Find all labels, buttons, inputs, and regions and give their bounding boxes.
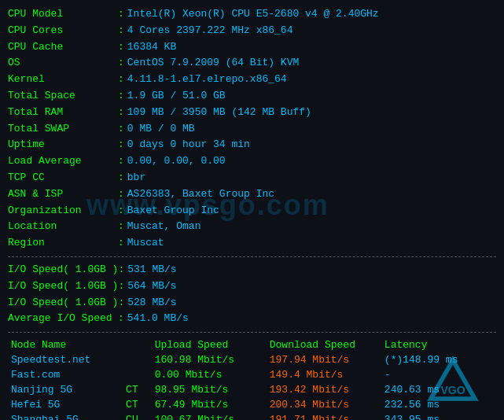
system-row: TCP CC : bbr bbox=[8, 170, 496, 186]
system-value: Baxet Group Inc bbox=[127, 203, 219, 219]
speed-download: 191.71 Mbit/s bbox=[267, 412, 381, 420]
system-value: bbr bbox=[127, 170, 145, 186]
separator: : bbox=[118, 170, 124, 186]
speed-upload: 67.49 Mbit/s bbox=[152, 397, 267, 412]
speed-isp bbox=[123, 367, 152, 382]
speed-node: Speedtest.net bbox=[8, 352, 123, 367]
io-speed-section: I/O Speed( 1.0GB ) : 531 MB/s I/O Speed(… bbox=[8, 262, 496, 327]
speed-download: 193.42 Mbit/s bbox=[267, 382, 381, 397]
separator: : bbox=[118, 262, 124, 278]
io-value: 531 MB/s bbox=[127, 262, 176, 278]
col-download: Download Speed bbox=[267, 337, 381, 352]
separator: : bbox=[118, 295, 124, 311]
speed-isp: CT bbox=[123, 382, 152, 397]
speed-table-header-row: Node Name Upload Speed Download Speed La… bbox=[8, 337, 496, 352]
separator: : bbox=[118, 121, 124, 138]
system-row: Organization : Baxet Group Inc bbox=[8, 203, 496, 219]
speed-row: Hefei 5G CT 67.49 Mbit/s 200.34 Mbit/s 2… bbox=[8, 397, 496, 412]
speed-row: Shanghai 5G CU 100.67 Mbit/s 191.71 Mbit… bbox=[8, 412, 496, 420]
system-row: Total RAM : 109 MB / 3950 MB (142 MB Buf… bbox=[8, 105, 496, 121]
system-value: 0.00, 0.00, 0.00 bbox=[127, 153, 226, 170]
speed-isp bbox=[123, 352, 152, 367]
speed-node: Hefei 5G bbox=[8, 397, 123, 412]
separator: : bbox=[118, 88, 124, 105]
speed-latency: 343.95 ms bbox=[381, 412, 496, 420]
io-label: I/O Speed( 1.0GB ) bbox=[8, 262, 118, 278]
separator: : bbox=[118, 105, 124, 121]
separator: : bbox=[118, 137, 124, 153]
speed-latency: - bbox=[381, 367, 496, 382]
system-row: Region : Muscat bbox=[8, 235, 496, 252]
speed-test-section: Node Name Upload Speed Download Speed La… bbox=[8, 337, 496, 420]
io-value: 564 MB/s bbox=[127, 278, 176, 295]
speed-isp: CU bbox=[123, 412, 152, 420]
io-row: Average I/O Speed : 541.0 MB/s bbox=[8, 311, 496, 327]
system-value: 1.9 GB / 51.0 GB bbox=[127, 88, 226, 105]
speed-row: Speedtest.net 160.98 Mbit/s 197.94 Mbit/… bbox=[8, 352, 496, 367]
separator: : bbox=[118, 203, 124, 219]
system-value: CentOS 7.9.2009 (64 Bit) KVM bbox=[127, 55, 299, 72]
system-row: Kernel : 4.11.8-1.el7.elrepo.x86_64 bbox=[8, 72, 496, 88]
system-label: Organization bbox=[8, 203, 118, 219]
system-value: 0 days 0 hour 34 min bbox=[127, 137, 250, 153]
system-label: Kernel bbox=[8, 72, 118, 88]
speed-upload: 98.95 Mbit/s bbox=[152, 382, 267, 397]
col-upload: Upload Speed bbox=[152, 337, 267, 352]
separator: : bbox=[118, 278, 124, 295]
system-label: Region bbox=[8, 235, 118, 252]
separator: : bbox=[118, 55, 124, 72]
io-value: 541.0 MB/s bbox=[127, 311, 189, 327]
separator: : bbox=[118, 186, 124, 203]
col-node: Node Name bbox=[8, 337, 123, 352]
speed-row: Nanjing 5G CT 98.95 Mbit/s 193.42 Mbit/s… bbox=[8, 382, 496, 397]
separator: : bbox=[118, 6, 124, 23]
system-row: OS : CentOS 7.9.2009 (64 Bit) KVM bbox=[8, 55, 496, 72]
speed-upload: 100.67 Mbit/s bbox=[152, 412, 267, 420]
system-row: Location : Muscat, Oman bbox=[8, 219, 496, 235]
system-value: 4 Cores 2397.222 MHz x86_64 bbox=[127, 23, 293, 39]
io-row: I/O Speed( 1.0GB ) : 528 MB/s bbox=[8, 295, 496, 311]
system-info-section: CPU Model : Intel(R) Xeon(R) CPU E5-2680… bbox=[8, 6, 496, 252]
speed-node: Shanghai 5G bbox=[8, 412, 123, 420]
divider-2 bbox=[8, 332, 496, 333]
io-row: I/O Speed( 1.0GB ) : 531 MB/s bbox=[8, 262, 496, 278]
io-label: Average I/O Speed bbox=[8, 311, 118, 327]
main-container: CPU Model : Intel(R) Xeon(R) CPU E5-2680… bbox=[0, 0, 504, 420]
system-label: CPU Cores bbox=[8, 23, 118, 39]
system-row: CPU Model : Intel(R) Xeon(R) CPU E5-2680… bbox=[8, 6, 496, 23]
system-value: 0 MB / 0 MB bbox=[127, 121, 195, 138]
system-row: Total Space : 1.9 GB / 51.0 GB bbox=[8, 88, 496, 105]
speed-latency: 232.56 ms bbox=[381, 397, 496, 412]
system-label: Total SWAP bbox=[8, 121, 118, 138]
system-value: Muscat, Oman bbox=[127, 219, 201, 235]
system-label: Uptime bbox=[8, 137, 118, 153]
system-value: Muscat bbox=[127, 235, 164, 252]
system-row: ASN & ISP : AS26383, Baxet Group Inc bbox=[8, 186, 496, 203]
system-label: OS bbox=[8, 55, 118, 72]
system-label: CPU Model bbox=[8, 6, 118, 23]
system-row: Uptime : 0 days 0 hour 34 min bbox=[8, 137, 496, 153]
speed-node: Nanjing 5G bbox=[8, 382, 123, 397]
system-label: CPU Cache bbox=[8, 39, 118, 56]
separator: : bbox=[118, 39, 124, 56]
speed-upload: 160.98 Mbit/s bbox=[152, 352, 267, 367]
system-value: AS26383, Baxet Group Inc bbox=[127, 186, 274, 203]
system-label: Total RAM bbox=[8, 105, 118, 121]
system-label: ASN & ISP bbox=[8, 186, 118, 203]
io-label: I/O Speed( 1.0GB ) bbox=[8, 295, 118, 311]
speed-upload: 0.00 Mbit/s bbox=[152, 367, 267, 382]
speed-isp: CT bbox=[123, 397, 152, 412]
separator: : bbox=[118, 311, 124, 327]
io-value: 528 MB/s bbox=[127, 295, 176, 311]
divider-1 bbox=[8, 256, 496, 257]
speed-latency: (*)148.99 ms bbox=[381, 352, 496, 367]
speed-download: 197.94 Mbit/s bbox=[267, 352, 381, 367]
system-label: Total Space bbox=[8, 88, 118, 105]
system-label: Location bbox=[8, 219, 118, 235]
separator: : bbox=[118, 219, 124, 235]
speed-download: 149.4 Mbit/s bbox=[267, 367, 381, 382]
system-value: 4.11.8-1.el7.elrepo.x86_64 bbox=[127, 72, 287, 88]
system-label: Load Average bbox=[8, 153, 118, 170]
col-latency: Latency bbox=[381, 337, 496, 352]
system-value: 16384 KB bbox=[127, 39, 176, 56]
